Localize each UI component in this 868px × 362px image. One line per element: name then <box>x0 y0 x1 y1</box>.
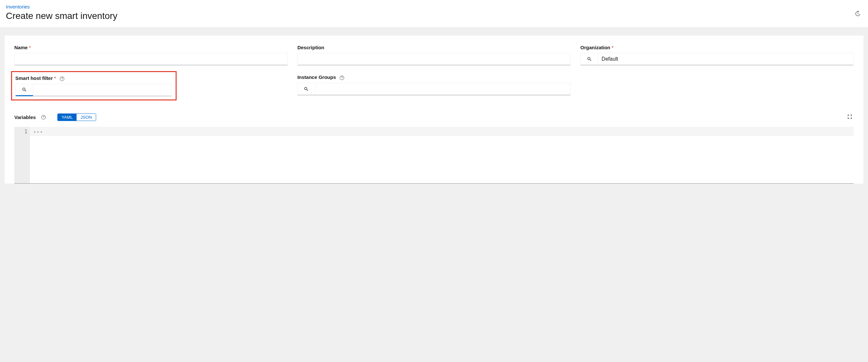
variables-header: Variables YAML JSON <box>14 113 854 122</box>
label-variables: Variables <box>14 114 36 120</box>
label-description-text: Description <box>298 45 324 50</box>
expand-editor-button[interactable] <box>846 113 854 122</box>
editor-content[interactable]: --- <box>30 127 854 183</box>
line-number: 1 <box>14 129 27 135</box>
question-circle-icon <box>60 76 64 81</box>
label-organization-text: Organization <box>580 45 610 50</box>
expand-icon <box>847 114 852 119</box>
smart-host-filter-search-button[interactable] <box>16 84 33 96</box>
label-instance-groups: Instance Groups <box>298 74 571 80</box>
svg-point-0 <box>60 77 64 81</box>
question-circle-icon <box>340 75 344 80</box>
smart-host-filter-lookup <box>15 84 172 96</box>
help-icon[interactable] <box>59 76 64 81</box>
field-name: Name* <box>14 45 288 65</box>
toggle-yaml[interactable]: YAML <box>58 114 76 121</box>
field-instance-groups: Instance Groups <box>298 74 571 97</box>
required-indicator: * <box>29 45 31 50</box>
history-button[interactable] <box>853 9 862 19</box>
label-organization: Organization* <box>580 45 854 50</box>
form-card: Name* Description Organization* Default <box>5 35 863 184</box>
organization-search-button[interactable] <box>581 53 598 65</box>
organization-value[interactable]: Default <box>598 53 853 65</box>
label-name-text: Name <box>14 45 28 50</box>
label-name: Name* <box>14 45 288 50</box>
svg-point-4 <box>42 115 46 119</box>
breadcrumb-inventories[interactable]: Inventories <box>6 4 30 9</box>
field-organization: Organization* Default <box>580 45 854 65</box>
variables-editor[interactable]: 1 --- <box>14 127 854 184</box>
page-header: Inventories Create new smart inventory <box>0 0 868 27</box>
required-indicator: * <box>612 45 614 50</box>
instance-groups-lookup <box>298 83 571 95</box>
code-line: --- <box>30 127 854 136</box>
organization-lookup: Default <box>580 53 854 65</box>
help-icon[interactable] <box>339 75 344 80</box>
label-instance-groups-text: Instance Groups <box>298 74 336 80</box>
history-icon <box>854 10 861 17</box>
smart-host-filter-highlight: Smart host filter* <box>11 71 177 101</box>
instance-groups-search-button[interactable] <box>298 83 315 95</box>
help-icon[interactable] <box>41 115 46 120</box>
search-icon <box>304 86 309 92</box>
svg-point-2 <box>340 76 344 80</box>
page-title: Create new smart inventory <box>6 11 862 21</box>
search-icon <box>587 56 592 62</box>
label-smart-host-filter: Smart host filter* <box>15 75 172 81</box>
format-toggle: YAML JSON <box>57 113 96 121</box>
description-input[interactable] <box>298 53 571 65</box>
field-description: Description <box>298 45 571 65</box>
name-input[interactable] <box>14 53 288 65</box>
field-smart-host-filter: Smart host filter* <box>14 74 288 97</box>
label-smart-host-filter-text: Smart host filter <box>15 75 53 81</box>
question-circle-icon <box>41 115 46 120</box>
instance-groups-value[interactable] <box>315 83 570 95</box>
toggle-json[interactable]: JSON <box>76 114 96 121</box>
required-indicator: * <box>54 75 56 81</box>
smart-host-filter-value[interactable] <box>33 84 172 96</box>
field-empty <box>580 74 854 97</box>
label-description: Description <box>298 45 571 50</box>
search-icon <box>22 87 27 92</box>
form-grid: Name* Description Organization* Default <box>14 45 854 97</box>
editor-gutter: 1 <box>14 127 30 183</box>
